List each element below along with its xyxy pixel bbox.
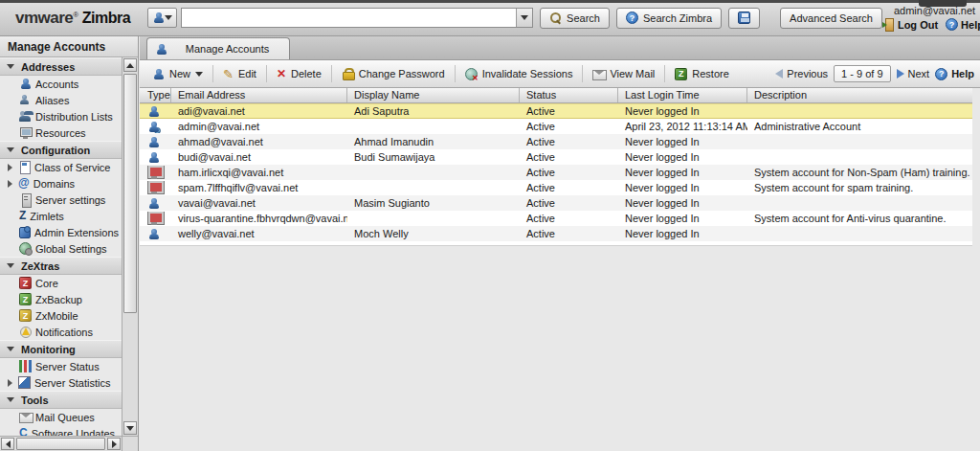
sidebar-item-class-of-service[interactable]: Class of Service [0,159,122,175]
notifications-icon [19,326,32,338]
sidebar-item-resources[interactable]: Resources [0,124,122,141]
search-history-dropdown[interactable] [516,9,532,27]
delete-x-icon: ✕ [277,68,286,80]
help-button[interactable]: ? Help [935,68,974,80]
email-cell: ahmad@vavai.net [171,135,347,149]
sidebar-item-notifications[interactable]: Notifications [0,324,122,340]
aliases-icon [19,94,32,106]
sidebar-item-global-settings[interactable]: Global Settings [0,240,122,257]
sidebar-item-label: Distribution Lists [35,111,113,123]
change-password-button[interactable]: Change Password [335,65,452,83]
account-row-welly-vavai-net[interactable]: welly@vavai.netMoch WellyActiveNever log… [140,226,972,241]
column-header-type[interactable]: Type [140,88,171,102]
column-header-email-address[interactable]: Email Address [171,88,347,102]
account-row-virus-quarantine-fbhvrqdwn-vavai-net[interactable]: virus-quarantine.fbhvrqdwn@vavai.netActi… [140,211,972,226]
vertical-scroll-thumb[interactable] [123,74,137,313]
sidebar-item-zxbackup[interactable]: ZZxBackup [0,291,122,307]
search-button[interactable]: Search [540,8,610,29]
last-login-cell: Never logged In [618,212,747,226]
sidebar-item-accounts[interactable]: Accounts [0,76,122,92]
view-mail-label: View Mail [610,68,655,79]
help-desk-link[interactable]: ? Help Desk [946,18,980,31]
mail-icon [592,68,605,80]
accounts-icon [19,78,32,90]
toolbar-divider [212,65,213,82]
advanced-search-label: Advanced Search [790,12,873,24]
edit-button[interactable]: ✎ Edit [216,65,263,83]
sidebar-item-zimlets[interactable]: ZZimlets [0,208,122,224]
delete-label: Delete [291,68,322,79]
expand-arrow-icon[interactable] [8,180,12,188]
tree-section-monitoring[interactable]: Monitoring [0,340,122,358]
sidebar-item-software-updates[interactable]: CSoftware Updates [0,425,122,436]
tree-section-addresses[interactable]: Addresses [0,57,122,76]
tree-section-configuration[interactable]: Configuration [0,141,122,159]
next-page-button[interactable]: Next [897,68,930,79]
display-name-cell: Ahmad Imanudin [347,135,520,149]
scroll-left-button[interactable] [1,438,14,450]
admin-globe-badge [154,127,161,133]
expand-arrow-icon[interactable] [8,379,12,387]
sidebar-item-server-statistics[interactable]: Server Statistics [0,374,122,391]
view-mail-button[interactable]: View Mail [586,65,661,83]
column-header-last-login-time[interactable]: Last Login Time [618,88,747,102]
section-label: ZeXtras [21,260,59,272]
scroll-down-button[interactable] [123,421,137,435]
sidebar-item-label: Notifications [35,327,93,338]
sidebar-vertical-scrollbar[interactable] [122,57,138,436]
delete-button[interactable]: ✕ Delete [270,65,328,83]
column-header-description[interactable]: Description [747,88,972,102]
admin-extensions-icon [19,227,31,238]
search-button-label: Search [567,12,600,24]
zimlets-icon: Z [19,210,26,222]
account-icon [155,43,167,56]
expand-arrow-icon[interactable] [8,164,12,171]
tab-strip: Manage Accounts [140,36,980,60]
sidebar-item-server-settings[interactable]: Server settings [0,192,122,208]
description-cell: System account for Non-Spam (Ham) traini… [747,166,972,180]
account-row-admin-vavai-net[interactable]: admin@vavai.netActiveApril 23, 2012 11:1… [140,119,972,134]
sidebar-horizontal-scrollbar[interactable] [0,436,122,451]
account-row-spam-7lffhqiflv-vavai-net[interactable]: spam.7lffhqiflv@vavai.netActiveNever log… [140,180,972,195]
invalidate-sessions-button[interactable]: Invalidate Sessions [458,65,580,83]
sidebar-item-domains[interactable]: @Domains [0,175,122,192]
previous-label: Previous [787,68,828,79]
advanced-search-button[interactable]: Advanced Search [780,8,882,29]
search-input[interactable] [181,8,533,28]
tree-section-tools[interactable]: Tools [0,391,122,409]
table-body: adi@vavai.netAdi SaputraActiveNever logg… [140,103,972,241]
column-header-display-name[interactable]: Display Name [347,88,520,102]
scroll-up-button[interactable] [123,58,137,72]
search-zimbra-button[interactable]: ? Search Zimbra [616,8,722,29]
horizontal-scroll-thumb[interactable] [16,438,105,450]
save-search-button[interactable] [728,8,760,29]
sidebar-item-label: Server Status [35,361,100,372]
logout-link[interactable]: Log Out [882,18,938,31]
mail-queues-icon [19,411,32,423]
sidebar-item-zxmobile[interactable]: ZZxMobile [0,307,122,324]
account-icon [147,105,160,118]
status-cell: Active [520,227,618,241]
tab-manage-accounts[interactable]: Manage Accounts [146,37,290,59]
sidebar-item-server-status[interactable]: Server Status [0,358,122,374]
account-row-budi-vavai-net[interactable]: budi@vavai.netBudi SumawijayaActiveNever… [140,149,972,165]
account-row-adi-vavai-net[interactable]: adi@vavai.netAdi SaputraActiveNever logg… [140,103,972,119]
account-row-ham-irlicxqi-vavai-net[interactable]: ham.irlicxqi@vavai.netActiveNever logged… [140,165,972,180]
sidebar-item-mail-queues[interactable]: Mail Queues [0,409,122,425]
last-login-cell: Never logged In [618,104,747,119]
tree-section-zextras[interactable]: ZeXtras [0,257,122,275]
sidebar-item-admin-extensions[interactable]: Admin Extensions [0,224,122,240]
search-type-dropdown[interactable] [147,8,177,28]
new-button[interactable]: New [145,65,210,83]
sidebar-item-core[interactable]: ZCore [0,275,122,291]
account-row-vavai-vavai-net[interactable]: vavai@vavai.netMasim SugiantoActiveNever… [140,195,972,211]
email-cell: ham.irlicxqi@vavai.net [171,166,347,180]
account-row-ahmad-vavai-net[interactable]: ahmad@vavai.netAhmad ImanudinActiveNever… [140,134,972,149]
section-label: Monitoring [21,344,76,355]
scroll-right-button[interactable] [107,438,121,450]
column-header-status[interactable]: Status [520,88,618,102]
restore-button[interactable]: Z Restore [668,65,736,83]
sidebar-item-distribution-lists[interactable]: Distribution Lists [0,108,122,124]
previous-page-button[interactable]: Previous [775,68,828,79]
sidebar-item-aliases[interactable]: Aliases [0,92,122,108]
